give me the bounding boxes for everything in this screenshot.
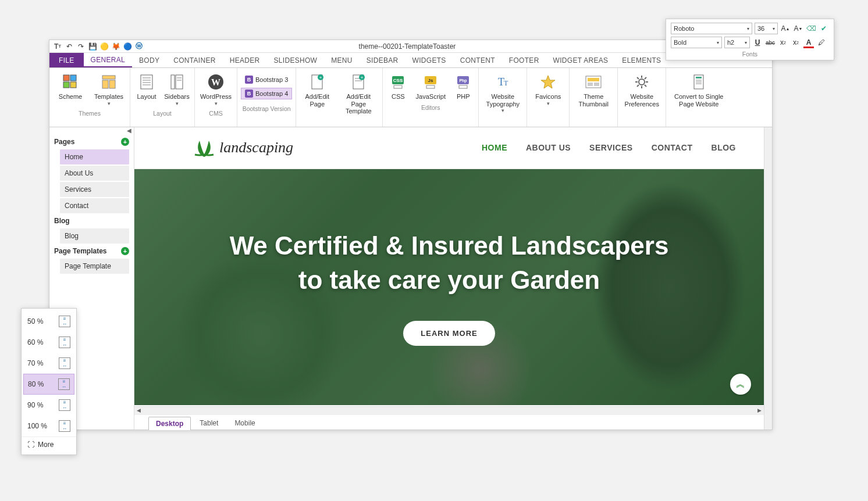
typography-button[interactable]: TT Website Typography <box>482 70 523 116</box>
underline-icon[interactable]: U <box>752 37 763 48</box>
zoom-more[interactable]: ⛶More <box>22 436 76 452</box>
tab-container[interactable]: CONTAINER <box>166 53 222 67</box>
tab-file[interactable]: FILE <box>49 53 84 67</box>
templates-button[interactable]: Templates <box>91 70 126 109</box>
firefox-icon[interactable]: 🦊 <box>111 42 120 51</box>
add-edit-page-button[interactable]: + Add/Edit Page <box>300 70 335 110</box>
tab-elements[interactable]: ELEMENTS <box>615 53 668 67</box>
tab-content[interactable]: CONTENT <box>453 53 502 67</box>
nav-home[interactable]: HOME <box>482 143 507 152</box>
strikethrough-icon[interactable]: abc <box>765 37 775 48</box>
edge-icon[interactable]: 🔵 <box>123 42 132 51</box>
thumbnail-button[interactable]: Theme Thumbnail <box>573 70 614 110</box>
device-tab-mobile[interactable]: Mobile <box>227 416 262 430</box>
nav-about[interactable]: ABOUT US <box>526 143 571 152</box>
font-weight-select[interactable]: Bold <box>671 37 722 48</box>
nav-blog[interactable]: BLOG <box>712 143 736 152</box>
tab-body[interactable]: BODY <box>132 53 166 67</box>
zoom-50[interactable]: 50 %≡↔ <box>22 311 76 332</box>
save-icon[interactable]: 💾 <box>88 42 97 51</box>
check-icon[interactable]: ✔ <box>819 23 829 34</box>
subscript-icon[interactable]: x2 <box>778 37 788 48</box>
device-tab-tablet[interactable]: Tablet <box>192 416 226 430</box>
learn-more-button[interactable]: LEARN MORE <box>403 321 495 346</box>
font-size-select[interactable]: 36 <box>755 23 778 34</box>
redo-icon[interactable]: ↷ <box>76 42 86 51</box>
add-edit-template-button[interactable]: + Add/Edit Page Template <box>338 70 379 117</box>
heading-tag-value: h2 <box>727 39 734 46</box>
clear-formatting-icon[interactable]: ⌫ <box>806 23 816 34</box>
zoom-70[interactable]: 70 %≡↔ <box>22 353 76 374</box>
page-item-services[interactable]: Services <box>60 182 129 197</box>
sidebars-button[interactable]: Sidebars <box>163 70 191 109</box>
nav-services[interactable]: SERVICES <box>589 143 633 152</box>
tab-menu[interactable]: MENU <box>324 53 360 67</box>
svg-rect-3 <box>70 82 76 88</box>
tab-header[interactable]: HEADER <box>223 53 267 67</box>
php-editor-button[interactable]: Php PHP <box>451 70 475 103</box>
canvas: landscaping HOME ABOUT US SERVICES CONTA… <box>134 127 764 430</box>
ribbon-group-editors: CSS CSS Js JavaScript Php PHP Editors <box>383 68 479 127</box>
nav-contact[interactable]: CONTACT <box>652 143 693 152</box>
bootstrap4-button[interactable]: BBootstrap 4 <box>241 88 292 99</box>
highlight-icon[interactable]: 🖊 <box>816 37 827 48</box>
undo-icon[interactable]: ↶ <box>65 42 74 51</box>
zoom-80[interactable]: 80 %≡↔ <box>23 374 74 395</box>
font-color-icon[interactable]: A <box>803 37 814 48</box>
layout-icon <box>137 73 156 91</box>
chrome-icon[interactable]: 🟡 <box>99 42 109 51</box>
layout-button[interactable]: Layout <box>134 70 159 103</box>
sidebars-label: Sidebars <box>164 93 189 101</box>
device-tab-desktop[interactable]: Desktop <box>148 417 191 430</box>
preferences-button[interactable]: Website Preferences <box>621 70 662 110</box>
zoom-90[interactable]: 90 %≡↔ <box>22 395 76 416</box>
page-item-contact[interactable]: Contact <box>60 198 129 213</box>
page-item-blog[interactable]: Blog <box>60 228 129 244</box>
typography-label: Website Typography <box>483 93 522 108</box>
bootstrap3-button[interactable]: BBootstrap 3 <box>241 74 292 85</box>
convert-button[interactable]: Convert to Single Page Website <box>670 70 728 110</box>
preview-canvas[interactable]: landscaping HOME ABOUT US SERVICES CONTA… <box>134 127 764 406</box>
page-item-about[interactable]: About Us <box>60 166 129 181</box>
zoom-100[interactable]: 100 %≡↔ <box>22 416 76 436</box>
page-item-template[interactable]: Page Template <box>60 259 129 274</box>
tab-footer[interactable]: FOOTER <box>502 53 546 67</box>
thumbnail-label: Theme Thumbnail <box>574 93 613 108</box>
tab-widgets[interactable]: WIDGETS <box>405 53 453 67</box>
decrease-font-icon[interactable]: A▼ <box>793 23 803 34</box>
ribbon-group-favicons: Favicons <box>527 68 570 127</box>
site-logo[interactable]: landscaping <box>193 137 293 158</box>
tab-widget-areas[interactable]: WIDGET AREAS <box>546 53 616 67</box>
template-plus-icon: + <box>349 73 368 91</box>
horizontal-scrollbar[interactable]: ◀▶ <box>134 406 764 414</box>
tab-slideshow[interactable]: SLIDESHOW <box>267 53 325 67</box>
font-family-select[interactable]: Roboto <box>671 23 752 34</box>
templates-header-label: Page Templates <box>54 247 106 255</box>
panel-collapse-icon[interactable]: ◀ <box>49 127 134 135</box>
add-page-icon[interactable]: + <box>121 138 129 146</box>
scroll-top-button[interactable]: ︽ <box>730 374 751 395</box>
increase-font-icon[interactable]: A▲ <box>780 23 791 34</box>
wordpress-button[interactable]: W WordPress <box>198 70 233 109</box>
svg-line-49 <box>637 85 639 87</box>
js-editor-button[interactable]: Js JavaScript <box>413 70 448 103</box>
scheme-button[interactable]: Scheme <box>53 70 88 103</box>
ribbon: Scheme Templates Themes Layout <box>49 68 772 127</box>
tab-general[interactable]: GENERAL <box>84 53 132 67</box>
php-label: PHP <box>457 93 470 101</box>
superscript-icon[interactable]: x2 <box>791 37 801 48</box>
add-template-icon[interactable]: + <box>121 247 129 255</box>
wordpress-icon[interactable]: ⓦ <box>134 42 144 51</box>
tab-sidebar[interactable]: SIDEBAR <box>360 53 405 67</box>
heading-tag-select[interactable]: h2 <box>724 37 750 48</box>
vertical-scrollbar[interactable] <box>764 127 772 430</box>
gear-icon <box>632 73 651 91</box>
favicons-button[interactable]: Favicons <box>531 70 565 109</box>
zoom-60[interactable]: 60 %≡↔ <box>22 332 76 353</box>
css-editor-button[interactable]: CSS CSS <box>386 70 410 103</box>
bootstrap4-label: Bootstrap 4 <box>255 90 288 97</box>
svg-rect-4 <box>102 76 115 79</box>
page-item-home[interactable]: Home <box>60 149 129 164</box>
ribbon-group-editors-label: Editors <box>421 103 440 111</box>
text-tool-icon[interactable]: TT <box>53 42 62 51</box>
